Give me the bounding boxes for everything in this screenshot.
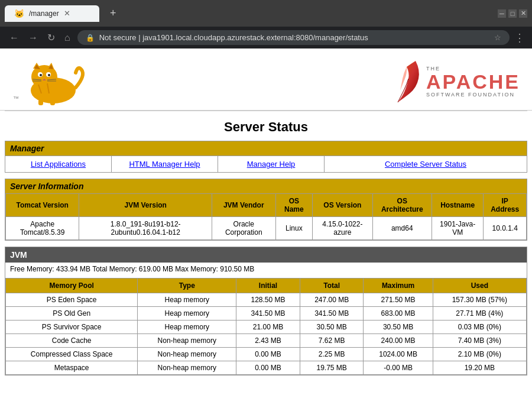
hostname-cell: 1901-Java-VM [432,217,483,240]
memory-cell-maximum: -0.00 MB [364,361,433,375]
memory-table-row: PS Old GenHeap memory341.50 MB341.50 MB6… [6,307,527,320]
memory-cell-pool: PS Eden Space [6,293,138,307]
memory-cell-maximum: 683.00 MB [364,307,433,320]
memory-cell-initial: 0.00 MB [236,361,300,375]
server-info-table: Tomcat Version JVM Version JVM Vendor OS… [5,193,527,240]
page-header: ™ [0,48,532,111]
mem-col-initial: Initial [236,279,300,293]
memory-cell-pool: Metaspace [6,361,138,375]
page-title: Server Status [0,111,532,141]
svg-rect-16 [38,99,43,105]
svg-point-9 [40,74,42,76]
memory-cell-type: Non-heap memory [138,361,236,375]
memory-table-row: PS Survivor SpaceHeap memory21.00 MB30.5… [6,320,527,334]
complete-server-status-link[interactable]: Complete Server Status [385,160,466,169]
memory-table-row: Compressed Class SpaceNon-heap memory0.0… [6,348,527,361]
browser-chrome: 🐱 /manager ✕ + ─ □ ✕ ← → ↻ ⌂ 🔒 Not secur… [0,0,532,48]
jvm-header: JVM [5,247,527,263]
mem-col-total: Total [300,279,364,293]
memory-cell-used: 157.30 MB (57%) [433,293,526,307]
manager-section: Manager List Applications HTML Manager H… [5,141,527,173]
svg-text:™: ™ [13,95,19,102]
url-display: Not secure | java1901.local.cloudapp.azu… [99,33,368,42]
reload-button[interactable]: ↻ [45,31,57,44]
memory-cell-type: Heap memory [138,293,236,307]
memory-cell-used: 0.03 MB (0%) [433,320,526,334]
memory-cell-pool: Code Cache [6,334,138,348]
window-controls: ─ □ ✕ [498,9,527,18]
memory-cell-total: 247.00 MB [300,293,364,307]
svg-point-10 [48,74,50,76]
memory-cell-initial: 2.43 MB [236,334,300,348]
os-name-cell: Linux [275,217,313,240]
os-version-cell: 4.15.0-1022-azure [313,217,372,240]
jvm-section: JVM Free Memory: 433.94 MB Total Memory:… [5,247,527,375]
manager-links: List Applications HTML Manager Help Mana… [5,156,527,172]
memory-cell-type: Non-heap memory [138,348,236,361]
mem-col-maximum: Maximum [364,279,433,293]
bookmark-icon[interactable]: ☆ [494,33,501,42]
memory-table-row: MetaspaceNon-heap memory0.00 MB19.75 MB-… [6,361,527,375]
minimize-button[interactable]: ─ [498,9,506,18]
manager-help-link[interactable]: Manager Help [247,160,296,169]
memory-table-row: PS Eden SpaceHeap memory128.50 MB247.00 … [6,293,527,307]
mem-col-type: Type [138,279,236,293]
memory-cell-used: 7.40 MB (3%) [433,334,526,348]
forward-button[interactable]: → [26,31,40,44]
memory-cell-maximum: 30.50 MB [364,320,433,334]
url-box[interactable]: 🔒 Not secure | java1901.local.cloudapp.a… [77,30,510,45]
col-os-version: OS Version [313,194,372,217]
list-applications-link-cell: List Applications [5,156,112,172]
memory-cell-total: 7.62 MB [300,334,364,348]
memory-cell-maximum: 240.00 MB [364,334,433,348]
memory-cell-pool: Compressed Class Space [6,348,138,361]
complete-server-status-link-cell: Complete Server Status [325,156,527,172]
memory-cell-total: 341.50 MB [300,307,364,320]
server-info-header: Server Information [5,179,527,193]
memory-cell-total: 2.25 MB [300,348,364,361]
memory-table-row: Code CacheNon-heap memory2.43 MB7.62 MB2… [6,334,527,348]
col-tomcat-version: Tomcat Version [6,194,79,217]
jvm-vendor-cell: Oracle Corporation [212,217,276,240]
memory-cell-initial: 21.00 MB [236,320,300,334]
memory-cell-maximum: 271.50 MB [364,293,433,307]
jvm-memory-info: Free Memory: 433.94 MB Total Memory: 619… [5,263,527,276]
home-button[interactable]: ⌂ [62,31,73,44]
col-hostname: Hostname [432,194,483,217]
new-tab-button[interactable]: + [104,4,122,23]
col-jvm-vendor: JVM Vendor [212,194,276,217]
memory-cell-used: 19.20 MB [433,361,526,375]
memory-cell-total: 30.50 MB [300,320,364,334]
memory-cell-initial: 341.50 MB [236,307,300,320]
memory-cell-pool: PS Old Gen [6,307,138,320]
menu-button[interactable]: ⋮ [514,31,525,44]
memory-cell-type: Non-heap memory [138,334,236,348]
memory-cell-used: 27.71 MB (4%) [433,307,526,320]
server-info-row: Apache Tomcat/8.5.39 1.8.0_191-8u191-b12… [6,217,527,240]
memory-cell-type: Heap memory [138,320,236,334]
address-bar: ← → ↻ ⌂ 🔒 Not secure | java1901.local.cl… [0,27,532,48]
tomcat-version-cell: Apache Tomcat/8.5.39 [6,217,79,240]
browser-tab[interactable]: 🐱 /manager ✕ [5,5,99,22]
list-applications-link[interactable]: List Applications [31,160,86,169]
html-manager-help-link[interactable]: HTML Manager Help [129,160,200,169]
memory-cell-maximum: 1024.00 MB [364,348,433,361]
memory-cell-pool: PS Survivor Space [6,320,138,334]
maximize-button[interactable]: □ [508,9,517,18]
os-arch-cell: amd64 [372,217,432,240]
svg-rect-17 [50,99,55,105]
memory-table: Memory Pool Type Initial Total Maximum U… [5,278,527,375]
tab-close-button[interactable]: ✕ [64,9,70,18]
col-os-name: OS Name [275,194,313,217]
memory-cell-used: 2.10 MB (0%) [433,348,526,361]
mem-col-pool: Memory Pool [6,279,138,293]
memory-cell-initial: 128.50 MB [236,293,300,307]
tab-title: /manager [29,9,59,18]
close-button[interactable]: ✕ [519,9,527,18]
page-content: ™ [0,48,532,375]
manager-header: Manager [5,141,527,156]
apache-logo: THE APACHE SOFTWARE FOUNDATION [392,58,520,105]
col-os-arch: OS Architecture [372,194,432,217]
memory-cell-total: 19.75 MB [300,361,364,375]
back-button[interactable]: ← [7,31,21,44]
